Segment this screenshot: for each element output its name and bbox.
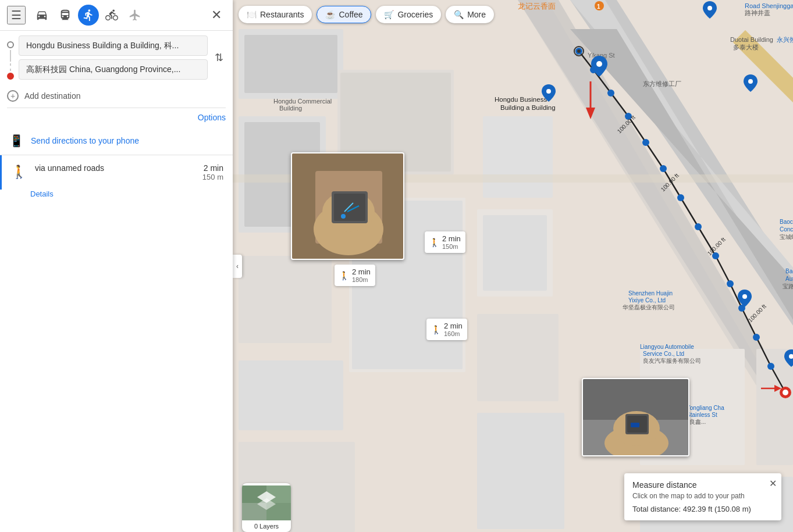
- filter-bar: 🍽️ Restaurants ☕ Coffee 🛒 Groceries 🔍 Mo…: [239, 6, 494, 23]
- route-inputs: ⇅: [0, 31, 233, 84]
- groceries-icon: 🛒: [384, 10, 394, 19]
- more-label: More: [467, 10, 486, 19]
- svg-text:Baocheng Screw: Baocheng Screw: [780, 219, 793, 225]
- options-btn[interactable]: Options: [198, 113, 226, 122]
- filter-restaurants-btn[interactable]: 🍽️ Restaurants: [239, 6, 312, 23]
- svg-text:良友汽车服务有限公司: 良友汽车服务有限公司: [643, 358, 701, 364]
- svg-text:Stainless St: Stainless St: [687, 412, 717, 418]
- filter-groceries-btn[interactable]: 🛒 Groceries: [376, 6, 441, 23]
- walk-time-2: 2 min: [442, 234, 461, 243]
- svg-rect-21: [483, 215, 547, 291]
- walk-bubble-1: 🚶 2 min 180m: [335, 265, 375, 286]
- walk-time-3: 2 min: [444, 322, 463, 330]
- menu-icon[interactable]: ☰: [7, 6, 26, 24]
- svg-text:宝城螺丝总汇配送中心: 宝城螺丝总汇配送中心: [780, 234, 793, 240]
- layers-btn[interactable]: 0 Layers: [242, 483, 291, 532]
- add-destination-label: Add destination: [24, 91, 81, 101]
- transport-mode-selector: [31, 5, 201, 26]
- add-destination-icon: +: [7, 90, 19, 102]
- svg-text:Duotai Building: Duotai Building: [730, 36, 773, 43]
- walk-bubble-3: 🚶 2 min 160m: [426, 319, 467, 340]
- destination-dot: [7, 73, 14, 80]
- route-info: via unnamed roads: [35, 163, 194, 173]
- origin-input[interactable]: [19, 35, 208, 56]
- svg-text:1: 1: [597, 3, 600, 10]
- coffee-label: Coffee: [339, 10, 362, 19]
- transport-bike-btn[interactable]: [101, 5, 122, 26]
- walk-dist-1: 180m: [352, 276, 371, 283]
- restaurants-icon: 🍽️: [247, 10, 257, 19]
- swap-routes-btn[interactable]: ⇅: [212, 49, 226, 66]
- add-destination-row[interactable]: + Add destination: [0, 84, 233, 108]
- svg-text:路神井盖: 路神井盖: [745, 9, 770, 16]
- send-directions-text: Send directions to your phone: [31, 136, 139, 145]
- filter-coffee-btn[interactable]: ☕ Coffee: [317, 6, 371, 23]
- measure-distance-popup: ✕ Measure distance Click on the map to a…: [624, 473, 781, 520]
- svg-text:Concourse Delivery...: Concourse Delivery...: [780, 226, 793, 233]
- close-directions-btn[interactable]: ✕: [207, 6, 226, 24]
- restaurants-label: Restaurants: [260, 10, 304, 19]
- map-photo-2: [582, 378, 689, 456]
- svg-text:Yikang St: Yikang St: [588, 52, 615, 59]
- svg-point-41: [753, 334, 760, 341]
- map-photo-1: [291, 152, 404, 260]
- svg-rect-19: [483, 116, 553, 198]
- walk-time-1: 2 min: [352, 267, 371, 276]
- svg-point-42: [767, 363, 774, 370]
- transport-drive-btn[interactable]: [31, 5, 52, 26]
- map-container[interactable]: 100.00 ft 100.00 ft 100.00 ft 100.00 ft …: [233, 0, 793, 532]
- origin-dot: [7, 41, 14, 48]
- svg-text:东方维修工厂: 东方维修工厂: [643, 80, 681, 87]
- svg-text:龙记云香面: 龙记云香面: [518, 2, 556, 10]
- svg-rect-108: [631, 423, 639, 427]
- svg-point-39: [727, 280, 734, 287]
- route-walk-icon: 🚶: [11, 165, 27, 180]
- layers-label: 0 Layers: [254, 523, 279, 530]
- svg-text:Building: Building: [279, 105, 302, 112]
- svg-point-31: [590, 66, 597, 73]
- svg-rect-6: [244, 35, 337, 93]
- route-time: 2 min: [202, 163, 223, 173]
- svg-text:Road Shenjinggai: Road Shenjinggai: [745, 2, 793, 9]
- measure-popup-title: Measure distance: [632, 480, 773, 490]
- svg-point-34: [642, 139, 649, 146]
- total-value: 492.39 ft (150.08 m): [683, 505, 751, 513]
- transport-transit-btn[interactable]: [55, 5, 76, 26]
- walk-icon-1: 🚶: [339, 271, 349, 280]
- send-directions-row[interactable]: 📱 Send directions to your phone: [0, 127, 233, 155]
- sidebar-header: ☰ ✕: [0, 0, 233, 31]
- svg-text:华坚磊极业有限公司: 华坚磊极业有限公司: [623, 304, 675, 310]
- route-distance: 150 m: [202, 173, 223, 181]
- svg-text:宝路驰汽车VIP养护会所: 宝路驰汽车VIP养护会所: [783, 283, 793, 290]
- options-row: Options: [0, 108, 233, 127]
- svg-text:Yixiye Co., Ltd: Yixiye Co., Ltd: [628, 297, 666, 304]
- route-result: 🚶 via unnamed roads 2 min 150 m Details: [0, 155, 233, 205]
- svg-point-44: [577, 49, 581, 53]
- svg-text:Liangyou Automobile: Liangyou Automobile: [640, 344, 694, 350]
- collapse-sidebar-btn[interactable]: ‹: [233, 255, 242, 278]
- svg-point-40: [738, 305, 745, 312]
- map-background: 100.00 ft 100.00 ft 100.00 ft 100.00 ft …: [233, 0, 793, 532]
- filter-more-btn[interactable]: 🔍 More: [446, 6, 494, 23]
- transport-flight-btn[interactable]: [125, 5, 145, 26]
- walk-dist-3: 160m: [444, 330, 463, 337]
- walk-dist-2: 150m: [442, 243, 461, 250]
- svg-rect-15: [239, 360, 343, 430]
- svg-rect-23: [477, 413, 564, 529]
- route-item: 🚶 via unnamed roads 2 min 150 m: [0, 155, 233, 190]
- svg-rect-14: [239, 256, 332, 343]
- sidebar: ☰ ✕: [0, 0, 233, 532]
- svg-text:Automobile VIP...: Automobile VIP...: [785, 276, 793, 282]
- transport-walk-btn[interactable]: [78, 5, 99, 26]
- svg-rect-22: [477, 314, 559, 401]
- phone-icon: 📱: [9, 134, 24, 148]
- route-details-link[interactable]: Details: [0, 190, 233, 205]
- groceries-label: Groceries: [397, 10, 433, 19]
- destination-input[interactable]: [19, 59, 208, 80]
- coffee-icon: ☕: [325, 10, 335, 19]
- svg-point-36: [677, 194, 684, 201]
- svg-point-32: [607, 90, 614, 97]
- measure-popup-close-btn[interactable]: ✕: [769, 478, 777, 489]
- svg-text:Building a Building: Building a Building: [500, 104, 556, 111]
- svg-text:Hongdu Commercial: Hongdu Commercial: [273, 98, 332, 105]
